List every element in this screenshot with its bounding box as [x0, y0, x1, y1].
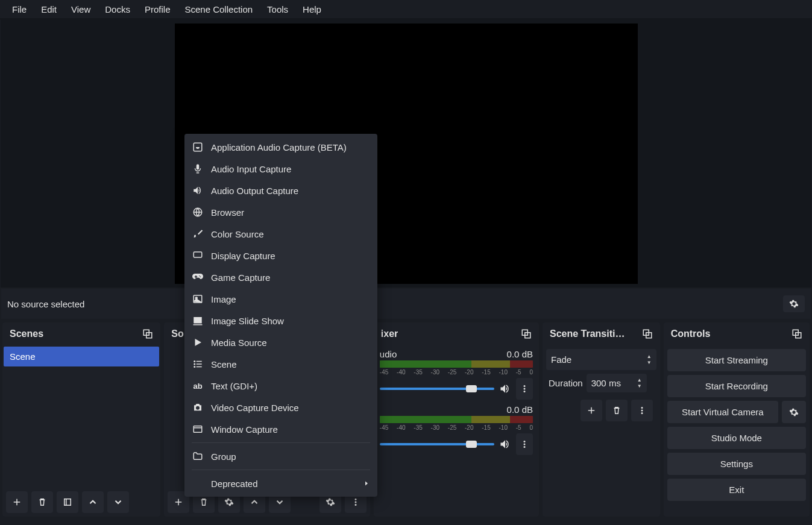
start-recording-button[interactable]: Start Recording	[667, 375, 806, 397]
gear-icon	[789, 299, 799, 309]
svg-point-19	[641, 412, 643, 414]
ctx-audio-input-capture[interactable]: Audio Input Capture	[184, 158, 377, 180]
speaker-icon[interactable]	[499, 383, 511, 395]
menu-docks[interactable]: Docks	[98, 2, 137, 17]
menu-tools[interactable]: Tools	[260, 2, 295, 17]
ctx-text-gdi[interactable]: abText (GDI+)	[184, 375, 377, 397]
preview-area	[1, 20, 811, 288]
ctx-game-capture[interactable]: Game Capture	[184, 266, 377, 288]
svg-rect-2	[65, 499, 71, 506]
ctx-scene[interactable]: Scene	[184, 353, 377, 375]
svg-point-33	[194, 366, 195, 368]
svg-point-14	[523, 446, 525, 448]
duration-label: Duration	[549, 378, 583, 388]
ctx-display-capture[interactable]: Display Capture	[184, 245, 377, 266]
studio-mode-button[interactable]: Studio Mode	[667, 427, 806, 449]
controls-body: Start Streaming Start Recording Start Vi…	[664, 345, 810, 517]
svg-rect-27	[194, 318, 201, 323]
context-menu-separator	[192, 470, 370, 470]
svg-point-17	[641, 407, 643, 409]
ctx-image[interactable]: Image	[184, 288, 377, 310]
popout-icon[interactable]	[642, 329, 653, 339]
context-menu-separator	[192, 442, 370, 443]
ctx-browser[interactable]: Browser	[184, 201, 377, 223]
mixer-header: ixer	[374, 322, 539, 345]
scenes-title: Scenes	[10, 329, 142, 339]
slideshow-icon	[192, 315, 204, 327]
exit-button[interactable]: Exit	[667, 479, 806, 501]
ctx-color-source[interactable]: Color Source	[184, 223, 377, 245]
duration-input[interactable]: 300 ms ▲▼	[587, 374, 647, 392]
start-streaming-button[interactable]: Start Streaming	[667, 349, 806, 371]
transitions-header: Scene Transiti…	[543, 322, 660, 345]
channel-more-button[interactable]	[516, 433, 533, 455]
menu-scene-collection[interactable]: Scene Collection	[178, 2, 260, 17]
microphone-icon	[192, 163, 204, 175]
add-scene-button[interactable]	[6, 491, 28, 513]
delete-transition-button[interactable]	[606, 400, 628, 421]
ctx-video-capture-device[interactable]: Video Capture Device	[184, 397, 377, 418]
audio-mixer-dock: ixer udio 0.0 dB -45-40-35-30-25-20-15-1…	[374, 322, 539, 517]
svg-point-10	[523, 388, 525, 390]
scenes-dock: Scenes Scene	[2, 322, 160, 517]
ctx-group[interactable]: Group	[184, 445, 377, 467]
svg-point-9	[523, 385, 525, 387]
play-icon	[192, 336, 204, 348]
delete-scene-button[interactable]	[31, 491, 53, 513]
globe-icon	[192, 206, 204, 218]
docks-container: Scenes Scene So	[0, 320, 812, 519]
transition-more-button[interactable]	[631, 400, 653, 421]
volume-slider[interactable]	[380, 388, 494, 390]
meter-ticks: -45-40-35-30-25-20-15-10-50	[380, 369, 533, 376]
mixer-channel: udio 0.0 dB -45-40-35-30-25-20-15-10-50	[375, 347, 538, 402]
svg-rect-30	[197, 361, 202, 362]
svg-point-6	[354, 504, 356, 506]
svg-rect-32	[197, 363, 202, 365]
scene-move-up-button[interactable]	[82, 491, 104, 513]
ctx-audio-output-capture[interactable]: Audio Output Capture	[184, 180, 377, 201]
menu-file[interactable]: File	[5, 2, 34, 17]
audio-meter	[380, 360, 533, 368]
popout-icon[interactable]	[521, 329, 532, 339]
popout-icon[interactable]	[142, 329, 153, 339]
popout-icon[interactable]	[792, 329, 802, 339]
virtual-camera-settings-button[interactable]	[782, 401, 806, 423]
list-icon	[192, 358, 204, 370]
scenes-list: Scene	[2, 345, 160, 488]
svg-rect-24	[194, 252, 202, 257]
ctx-image-slideshow[interactable]: Image Slide Show	[184, 310, 377, 332]
menu-edit[interactable]: Edit	[34, 2, 64, 17]
svg-point-11	[523, 391, 525, 392]
ctx-deprecated[interactable]: Deprecated	[184, 473, 377, 494]
ctx-application-audio-capture[interactable]: Application Audio Capture (BETA)	[184, 136, 377, 158]
status-bar: No source selected	[1, 289, 811, 319]
properties-button[interactable]	[783, 295, 805, 312]
ctx-media-source[interactable]: Media Source	[184, 332, 377, 353]
gamepad-icon	[192, 271, 204, 283]
audio-meter	[380, 416, 533, 423]
controls-dock: Controls Start Streaming Start Recording…	[664, 322, 810, 517]
scene-filters-button[interactable]	[57, 491, 78, 513]
menu-profile[interactable]: Profile	[137, 2, 178, 17]
camera-icon	[192, 401, 204, 413]
menu-help[interactable]: Help	[295, 2, 329, 17]
scene-move-down-button[interactable]	[107, 491, 129, 513]
channel-more-button[interactable]	[516, 378, 533, 400]
svg-point-31	[194, 363, 195, 365]
text-icon: ab	[192, 380, 204, 392]
volume-slider[interactable]	[380, 443, 494, 445]
menu-view[interactable]: View	[64, 2, 98, 17]
monitor-icon	[192, 250, 204, 262]
scene-item[interactable]: Scene	[4, 347, 159, 366]
ctx-window-capture[interactable]: Window Capture	[184, 418, 377, 440]
svg-point-4	[354, 498, 356, 500]
speaker-icon[interactable]	[499, 438, 511, 450]
image-icon	[192, 293, 204, 305]
scenes-toolbar	[2, 488, 160, 517]
mixer-title: ixer	[381, 329, 521, 339]
transition-select[interactable]: Fade ▲▼	[546, 349, 656, 370]
speaker-icon	[192, 184, 204, 196]
add-transition-button[interactable]	[581, 400, 602, 421]
start-virtual-camera-button[interactable]: Start Virtual Camera	[667, 401, 778, 423]
settings-button[interactable]: Settings	[667, 453, 806, 475]
